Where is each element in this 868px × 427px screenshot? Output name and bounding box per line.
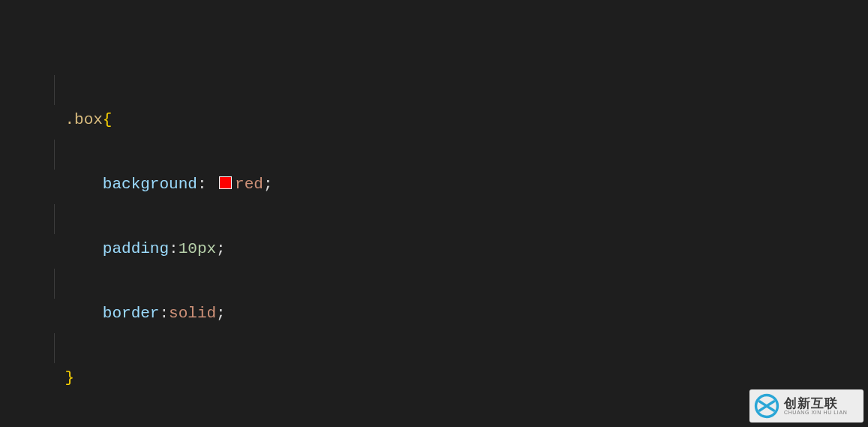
code-line: background: red; <box>27 140 868 170</box>
css-property: background <box>103 176 197 193</box>
watermark-badge: 创新互联 CHUANG XIN HU LIAN <box>749 389 863 422</box>
brace-open: { <box>103 111 113 128</box>
code-line: .box{ <box>27 75 868 105</box>
code-editor[interactable]: .box{ background: red; padding:10px; bor… <box>0 0 868 427</box>
watermark-title: 创新互联 <box>784 397 847 410</box>
code-line: padding:10px; <box>27 204 868 234</box>
code-line: } <box>27 333 868 363</box>
code-line: border:solid; <box>27 269 868 299</box>
logo-icon <box>754 393 779 419</box>
css-number: 10 <box>179 240 197 257</box>
css-property: border <box>103 305 160 322</box>
css-selector: .box <box>65 111 102 128</box>
css-value: red <box>235 176 263 193</box>
color-swatch-icon <box>219 176 232 189</box>
brace-close: } <box>65 369 74 386</box>
watermark-subtitle: CHUANG XIN HU LIAN <box>784 410 847 415</box>
css-property: padding <box>103 240 169 257</box>
css-value: solid <box>169 305 216 322</box>
